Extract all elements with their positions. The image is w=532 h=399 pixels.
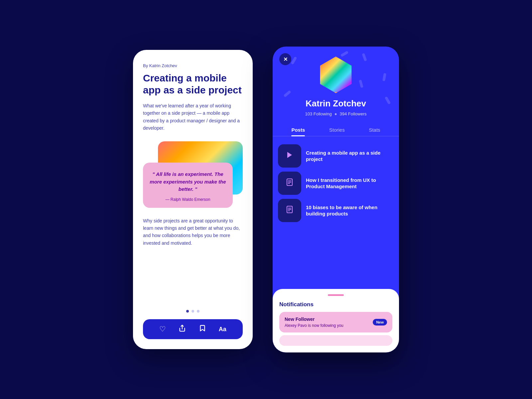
phones-container: By Katrin Zotchev Creating a mobile app … [133, 47, 399, 352]
notif-card-content: New Follower Alexey Pavo is now followin… [285, 317, 343, 328]
pagination-dots [143, 310, 243, 313]
post-title-2: How I transitioned from UX to Product Ma… [306, 177, 394, 190]
article-byline: By Katrin Zotchev [143, 63, 243, 68]
profile-stats: 103 Following ● 394 Followers [305, 111, 366, 116]
notif-badge: New [373, 319, 387, 326]
quote-text: " All life is an experiment. The more ex… [150, 171, 226, 193]
article-description: What we've learned after a year of worki… [143, 102, 243, 132]
close-icon: ✕ [283, 56, 288, 63]
notif-card-sub: Alexey Pavo is now following you [285, 323, 343, 328]
dot-3 [197, 310, 200, 313]
tab-posts[interactable]: Posts [291, 127, 305, 136]
bookmark-button[interactable] [199, 325, 206, 334]
post-thumb-1 [278, 144, 301, 168]
bottom-bar: ♡ Aa [143, 319, 243, 339]
left-phone: By Katrin Zotchev Creating a mobile app … [133, 50, 253, 349]
profile-section: ✕ Katrin Zotchev 103 Following ● 394 Fol… [273, 47, 399, 123]
post-title-1: Creating a mobile app as a side project [306, 150, 394, 163]
tab-stats[interactable]: Stats [369, 127, 380, 136]
notif-title: Notifications [279, 301, 392, 308]
following-count: 103 Following [305, 111, 332, 116]
followers-count: 394 Followers [340, 111, 367, 116]
post-item-2[interactable]: How I transitioned from UX to Product Ma… [278, 172, 394, 195]
avatar [318, 57, 354, 93]
post-thumb-3 [278, 199, 301, 222]
article-title: Creating a mobile app as a side project [143, 72, 243, 96]
posts-list: Creating a mobile app as a side project … [273, 142, 399, 225]
svg-marker-1 [287, 152, 292, 158]
document-icon-2 [286, 205, 294, 215]
dot-2 [192, 310, 194, 313]
notif-card-1[interactable]: New Follower Alexey Pavo is now followin… [279, 312, 392, 332]
notif-card-2 [279, 335, 392, 346]
share-button[interactable] [179, 325, 186, 334]
font-button[interactable]: Aa [219, 326, 226, 333]
like-button[interactable]: ♡ [159, 325, 166, 333]
quote-card-front: " All life is an experiment. The more ex… [143, 163, 233, 208]
avatar-hexagon-shape [318, 57, 354, 93]
quote-author: — Ralph Waldo Emerson [150, 197, 226, 202]
post-title-3: 10 biases to be aware of when building p… [306, 204, 394, 217]
notif-card-title: New Follower [285, 317, 343, 322]
notif-handle [328, 294, 344, 296]
right-phone: ✕ Katrin Zotchev 103 Following ● 394 Fol… [273, 47, 399, 352]
post-item-1[interactable]: Creating a mobile app as a side project [278, 144, 394, 168]
quote-card-container: " All life is an experiment. The more ex… [143, 141, 243, 208]
notification-panel: Notifications New Follower Alexey Pavo i… [273, 289, 399, 352]
profile-name: Katrin Zotchev [306, 98, 366, 109]
close-button[interactable]: ✕ [279, 53, 291, 65]
article-body: Why side projects are a great opportunit… [143, 217, 243, 302]
tabs-row: Posts Stories Stats [273, 123, 399, 136]
post-item-3[interactable]: 10 biases to be aware of when building p… [278, 199, 394, 222]
post-thumb-2 [278, 172, 301, 195]
tab-stories[interactable]: Stories [329, 127, 345, 136]
stats-separator: ● [334, 111, 337, 116]
dot-1 [186, 310, 189, 313]
play-icon [286, 151, 294, 161]
document-icon-1 [286, 178, 294, 188]
